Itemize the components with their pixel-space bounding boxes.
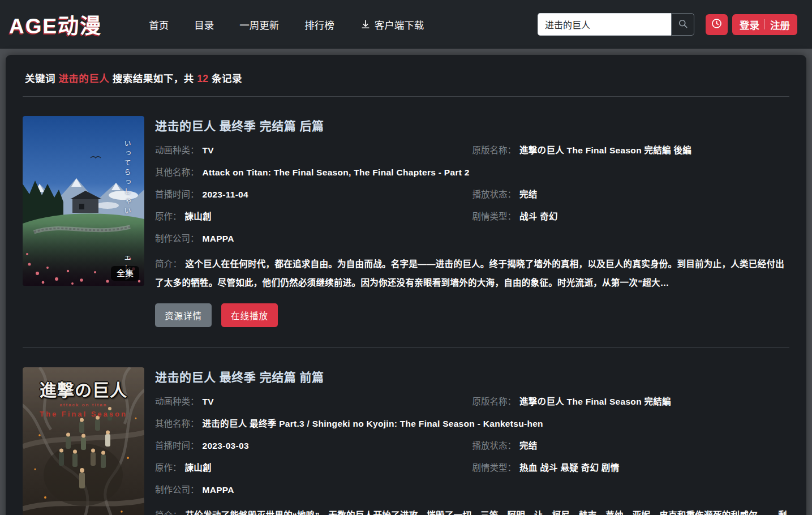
login-label[interactable]: 登录 [740, 18, 759, 32]
cover-title-logo: 進撃の巨人 attack on titan The Final Season [23, 376, 144, 418]
nav-item-label: 客户端下载 [375, 18, 424, 32]
result-summary: 关键词 进击的巨人 搜索结果如下，共 12 条记录 [23, 65, 789, 96]
cover-image-part1[interactable]: 進撃の巨人 attack on titan The Final Season 全… [23, 367, 144, 515]
nav-item-home[interactable]: 首页 [149, 18, 169, 32]
nav-item-catalog[interactable]: 目录 [194, 18, 214, 32]
card-details: 进击的巨人 最终季 完结篇 后篇 动画种类：TV 原版名称：進撃の巨人 The … [155, 116, 789, 327]
result-card-final-chapters-part2: いってらっしゃい エレン 全集 进击的巨人 最终季 完结篇 后篇 动画种类：TV… [23, 97, 789, 347]
field-studio: 制作公司：MAPPA [155, 233, 472, 245]
auth-divider [764, 19, 765, 29]
field-author: 原作：諫山創 [155, 462, 472, 474]
main-nav: 首页 目录 一周更新 排行榜 客户端下载 [123, 18, 424, 32]
result-card-final-chapters-part1: 進撃の巨人 attack on titan The Final Season 全… [23, 347, 789, 515]
play-online-button[interactable]: 在线播放 [221, 303, 278, 327]
synopsis: 简介：艾伦发动了能够毁灭世界的“地鸣”。无数的巨人开始了进攻，摧毁了一切。三笠、… [155, 506, 789, 515]
result-keyword: 进击的巨人 [58, 73, 109, 84]
login-register-button[interactable]: 登录 注册 [732, 14, 797, 35]
download-icon [360, 19, 371, 30]
episodes-badge: 全集 [111, 266, 139, 281]
result-count: 12 [197, 73, 208, 84]
search-results-panel: 关键词 进击的巨人 搜索结果如下，共 12 条记录 [6, 55, 806, 515]
field-type: 动画种类：TV [155, 396, 472, 408]
field-original-name: 原版名称：進撃の巨人 The Final Season 完結編 [472, 396, 790, 408]
field-status: 播放状态：完结 [472, 440, 790, 452]
resource-detail-button[interactable]: 资源详情 [155, 303, 212, 327]
nav-item-ranking[interactable]: 排行榜 [304, 18, 334, 32]
cover-vertical-caption: いってらっしゃい エレン [122, 140, 132, 283]
card-title-link[interactable]: 进击的巨人 最终季 完结篇 前篇 [155, 368, 324, 385]
nav-item-weekly-update[interactable]: 一周更新 [239, 18, 279, 32]
search-bar [538, 13, 694, 36]
search-icon [677, 18, 689, 31]
nav-item-client-download[interactable]: 客户端下载 [360, 18, 424, 32]
field-alias: 其他名称：进击的巨人 最终季 Part.3 / Shingeki no Kyoj… [155, 418, 789, 430]
field-original-name: 原版名称：進撃の巨人 The Final Season 完結編 後編 [472, 144, 790, 157]
field-premiere-date: 首播时间：2023-03-03 [155, 440, 472, 452]
clock-icon [711, 18, 723, 31]
field-empty [472, 233, 790, 245]
result-suffix: 条记录 [212, 73, 242, 84]
search-input[interactable] [538, 13, 671, 36]
field-alias: 其他名称：Attack on Titan: The Final Season, … [155, 166, 789, 179]
result-middle: 搜索结果如下，共 [113, 73, 194, 84]
cover-image-part2[interactable]: いってらっしゃい エレン 全集 [23, 116, 144, 286]
header-right-group: 登录 注册 [538, 13, 797, 36]
field-studio: 制作公司：MAPPA [155, 484, 472, 496]
register-label[interactable]: 注册 [770, 18, 790, 32]
synopsis: 简介：这个巨人在任何时代，都在追求自由。为自由而战。名字是——进击的巨人。终于揭… [155, 255, 789, 292]
card-details: 进击的巨人 最终季 完结篇 前篇 动画种类：TV 原版名称：進撃の巨人 The … [155, 367, 789, 515]
card-actions: 资源详情 在线播放 [155, 303, 789, 327]
field-status: 播放状态：完结 [472, 188, 790, 201]
result-prefix: 关键词 [25, 73, 55, 84]
top-navigation-bar: AGE动漫 首页 目录 一周更新 排行榜 客户端下载 [0, 0, 812, 49]
field-empty [472, 484, 790, 496]
field-genre: 剧情类型：战斗 奇幻 [472, 211, 790, 223]
card-title-link[interactable]: 进击的巨人 最终季 完结篇 后篇 [155, 117, 324, 134]
field-genre: 剧情类型：热血 战斗 悬疑 奇幻 剧情 [472, 462, 790, 474]
site-logo[interactable]: AGE动漫 [9, 9, 102, 40]
field-type: 动画种类：TV [155, 144, 472, 157]
search-button[interactable] [671, 13, 694, 36]
card-fields: 动画种类：TV 原版名称：進撃の巨人 The Final Season 完結編 … [155, 396, 789, 515]
history-button[interactable] [706, 14, 728, 35]
field-premiere-date: 首播时间：2023-11-04 [155, 188, 472, 201]
card-fields: 动画种类：TV 原版名称：進撃の巨人 The Final Season 完結編 … [155, 144, 789, 292]
field-author: 原作：諫山創 [155, 211, 472, 223]
